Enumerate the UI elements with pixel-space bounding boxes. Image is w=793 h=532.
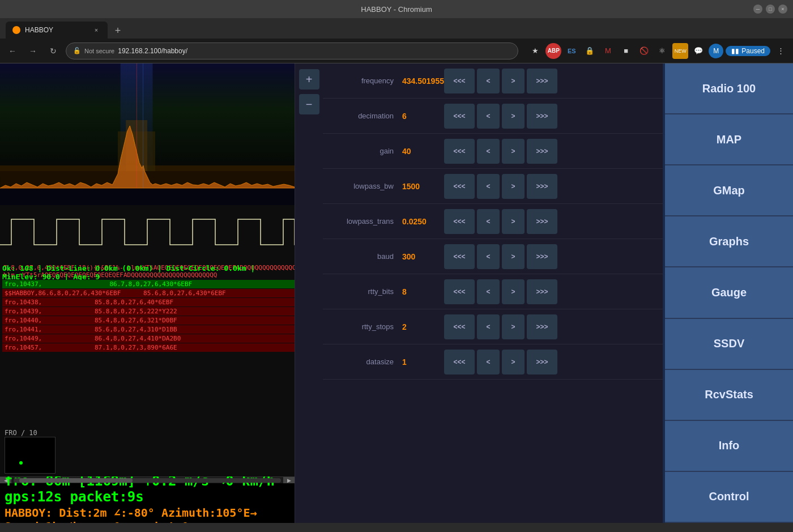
status-bar: fro: 86m [1169m] ↑0.2 m/s →0 km/h gps:12… [0, 483, 295, 523]
decode-line-5: fro,10440, 85.4,8,0,27,6,321*D0BF [2, 316, 295, 325]
nav-item-control[interactable]: Control [665, 472, 793, 523]
param-row-frequency: frequency 434.501955 <<< < > >>> [323, 63, 663, 99]
decode-line-6: fro,10441, 85.6,8,0,27,4,310*D1BB [2, 325, 295, 334]
nav-item-radio[interactable]: Radio 100 [665, 63, 793, 114]
back-btn[interactable]: ← [5, 43, 20, 59]
param-area: frequency 434.501955 <<< < > >>> decimat… [323, 63, 663, 523]
m-avatar[interactable]: M [709, 44, 723, 58]
rttys-dec-large[interactable]: <<< [444, 314, 475, 339]
new-tab-btn[interactable]: + [110, 23, 126, 39]
rttyb-dec-small[interactable]: < [477, 279, 500, 304]
baud-dec-large[interactable]: <<< [444, 244, 475, 269]
decode-line-3: fro,10438, 85.8,8,0,27,6,40*6EBF [2, 298, 295, 307]
paused-label: Paused [741, 47, 765, 55]
param-row-lowpass-bw: lowpass_bw 1500 <<< < > >>> [323, 169, 663, 204]
lpt-dec-large[interactable]: <<< [444, 209, 475, 234]
lpbw-dec-large[interactable]: <<< [444, 174, 475, 199]
active-tab[interactable]: HABBOY × [6, 22, 108, 39]
tab-close-icon[interactable]: × [92, 25, 101, 35]
forward-btn[interactable]: → [25, 43, 41, 59]
maximize-btn[interactable]: □ [766, 5, 775, 14]
gain-dec-large[interactable]: <<< [444, 139, 475, 164]
close-btn[interactable]: × [778, 5, 787, 14]
param-row-lowpass-trans: lowpass_trans 0.0250 <<< < > >>> [323, 204, 663, 239]
param-controls-frequency: <<< < > >>> [444, 69, 557, 93]
param-value-lowpass-bw: 1500 [402, 182, 442, 191]
dec-inc-small[interactable]: > [502, 104, 525, 129]
paused-button[interactable]: ▮▮ Paused [726, 46, 770, 56]
freq-inc-large[interactable]: >>> [527, 69, 557, 93]
reload-btn[interactable]: ↻ [45, 43, 61, 59]
ds-inc-small[interactable]: > [502, 350, 525, 374]
tab-favicon [12, 26, 20, 34]
rttys-inc-large[interactable]: >>> [527, 314, 557, 339]
rttyb-inc-small[interactable]: > [502, 279, 525, 304]
ext-icon-2[interactable]: 🔒 [582, 43, 598, 59]
param-value-baud: 300 [402, 252, 442, 261]
nav-item-rcvstats[interactable]: RcvStats [665, 370, 793, 421]
ext-icon-3[interactable]: M [600, 43, 616, 59]
dec-inc-large[interactable]: >>> [527, 104, 557, 129]
param-row-rtty-stops: rtty_stops 2 <<< < > >>> [323, 309, 663, 344]
ds-dec-large[interactable]: <<< [444, 350, 475, 374]
baud-dec-small[interactable]: < [477, 244, 500, 269]
param-label-rtty-stops: rtty_stops [329, 322, 402, 331]
baud-inc-large[interactable]: >>> [527, 244, 557, 269]
gain-inc-large[interactable]: >>> [527, 139, 557, 164]
rttys-dec-small[interactable]: < [477, 314, 500, 339]
param-row-baud: baud 300 <<< < > >>> [323, 239, 663, 274]
gain-inc-small[interactable]: > [502, 139, 525, 164]
lpt-dec-small[interactable]: < [477, 209, 500, 234]
ds-inc-large[interactable]: >>> [527, 350, 557, 374]
menu-icon[interactable]: ⋮ [773, 43, 788, 59]
ds-dec-small[interactable]: < [477, 350, 500, 374]
ext-icon-5[interactable]: 🚫 [636, 43, 652, 59]
ssdv-thumb [5, 437, 56, 474]
nav-item-graphs[interactable]: Graphs [665, 216, 793, 267]
ext-icon-6[interactable]: ⚛ [654, 43, 670, 59]
address-field[interactable]: 🔓 Not secure 192.168.2.100/habboy/ [66, 42, 518, 59]
rttyb-inc-large[interactable]: >>> [527, 279, 557, 304]
param-value-lowpass-trans: 0.0250 [402, 217, 442, 226]
param-controls-baud: <<< < > >>> [444, 244, 557, 269]
zoom-out-btn[interactable]: − [299, 94, 319, 114]
param-label-rtty-bits: rtty_bits [329, 287, 402, 296]
scrollbar-thumb[interactable] [19, 478, 133, 483]
bookmark-icon[interactable]: ★ [527, 43, 543, 59]
freq-dec-large[interactable]: <<< [444, 69, 475, 93]
ext-icon-4[interactable]: ■ [618, 43, 634, 59]
ssdv-area: FRO / 10 [5, 429, 56, 474]
lpbw-inc-small[interactable]: > [502, 174, 525, 199]
ext-icon-7[interactable]: 💬 [690, 43, 706, 59]
ext-icon-1[interactable]: ES [564, 43, 579, 59]
scrollbar-track[interactable] [14, 478, 281, 483]
ext-icon-new[interactable]: NEW [672, 43, 688, 59]
dec-dec-large[interactable]: <<< [444, 104, 475, 129]
freq-inc-small[interactable]: > [502, 69, 525, 93]
param-controls-datasize: <<< < > >>> [444, 350, 557, 374]
freq-dec-small[interactable]: < [477, 69, 500, 93]
param-controls-gain: <<< < > >>> [444, 139, 557, 164]
waveform-area [0, 205, 295, 262]
decode-line-2: $$HABBOY,86.6,8,0,27,6,430*6EBF 85.6,8,0… [2, 289, 295, 297]
zoom-in-btn[interactable]: + [299, 69, 319, 90]
lpt-inc-small[interactable]: > [502, 209, 525, 234]
rttyb-dec-large[interactable]: <<< [444, 279, 475, 304]
param-controls-decimation: <<< < > >>> [444, 104, 557, 129]
dec-dec-small[interactable]: < [477, 104, 500, 129]
decode-line-4: fro,10439, 85.8,8,0,27,5,222*Y222 [2, 307, 295, 316]
nav-item-info[interactable]: Info [665, 421, 793, 472]
nav-item-gmap[interactable]: GMap [665, 165, 793, 216]
baud-inc-small[interactable]: > [502, 244, 525, 269]
nav-item-gauge[interactable]: Gauge [665, 267, 793, 318]
param-value-rtty-bits: 8 [402, 287, 442, 296]
lpbw-dec-small[interactable]: < [477, 174, 500, 199]
lpt-inc-large[interactable]: >>> [527, 209, 557, 234]
nav-item-ssdv[interactable]: SSDV [665, 319, 793, 370]
abp-icon[interactable]: ABP [545, 43, 561, 59]
lpbw-inc-large[interactable]: >>> [527, 174, 557, 199]
nav-item-map[interactable]: MAP [665, 114, 793, 165]
gain-dec-small[interactable]: < [477, 139, 500, 164]
rttys-inc-small[interactable]: > [502, 314, 525, 339]
minimize-btn[interactable]: ─ [753, 5, 762, 14]
